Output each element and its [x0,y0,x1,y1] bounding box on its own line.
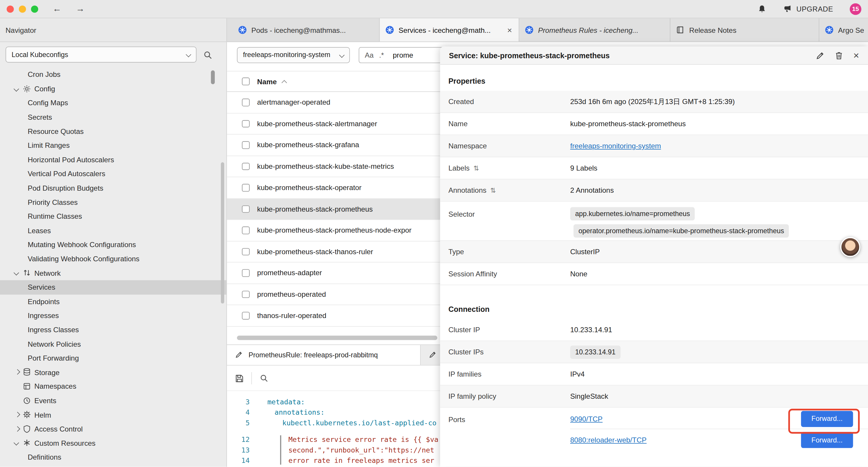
namespace-filter-selector[interactable]: freeleaps-monitoring-system [237,47,350,63]
edit-pencil-icon[interactable] [816,51,825,60]
back-button[interactable]: ← [53,4,61,13]
tab-label: Argo Se [838,26,864,34]
upgrade-button[interactable]: UPGRADE [783,4,833,13]
detail-row-annotations: Annotations⇅ 2 Annotations [440,179,868,202]
chevron-down-icon[interactable] [13,270,19,276]
expand-arrows-icon[interactable]: ⇅ [490,186,496,194]
sidebar-item-storage[interactable]: Storage [0,365,226,380]
sidebar-item-config-maps[interactable]: Config Maps [0,96,226,110]
detail-row-name: Name kube-prometheus-stack-prometheus [440,113,868,135]
tab-services[interactable]: Services - icecheng@math... × [380,18,519,42]
tab-release-notes[interactable]: Release Notes [670,18,819,42]
sidebar-item-access-control[interactable]: Access Control [0,422,226,436]
forward-button-9090[interactable]: Forward... [801,411,853,427]
match-case-toggle[interactable]: Aa [365,51,374,59]
editor-search-icon[interactable] [260,374,269,382]
chevron-down-icon[interactable] [13,440,19,446]
port-link-8080[interactable]: 8080:reloader-web/TCP [570,436,647,444]
tab-prometheus-rules[interactable]: Prometheus Rules - icecheng... [519,18,671,42]
sidebar-item-cron-jobs[interactable]: Cron Jobs [0,68,226,82]
service-detail-panel: Service: kube-prometheus-stack-prometheu… [440,47,868,467]
row-checkbox[interactable] [242,120,249,127]
selector-chip: app.kubernetes.io/name=prometheus [570,207,695,221]
row-checkbox[interactable] [242,248,249,255]
sidebar-item-events[interactable]: Events [0,394,226,408]
sidebar-item-vertical-pod-autoscalers[interactable]: Vertical Pod Autoscalers [0,167,226,181]
sidebar-item-priority-classes[interactable]: Priority Classes [0,195,226,209]
sidebar-item-limit-ranges[interactable]: Limit Ranges [0,138,226,152]
row-checkbox[interactable] [242,269,249,276]
forward-button[interactable]: → [76,4,85,13]
sidebar-item-network-policies[interactable]: Network Policies [0,337,226,351]
selector-chip: operator.prometheus.io/name=kube-prometh… [574,224,789,238]
sidebar-item-mutating-webhook-configurations[interactable]: Mutating Webhook Configurations [0,238,226,252]
sidebar-item-validating-webhook-configurations[interactable]: Validating Webhook Configurations [0,252,226,266]
save-icon[interactable] [235,374,243,382]
sidebar-item-port-forwarding[interactable]: Port Forwarding [0,351,226,365]
regex-toggle[interactable]: .* [379,51,384,59]
sidebar-item-network[interactable]: Network [0,266,226,280]
name-column-header[interactable]: Name [257,77,277,85]
user-avatar[interactable] [840,237,860,257]
sidebar-item-config[interactable]: Config [0,82,226,96]
tab-pods[interactable]: Pods - icecheng@mathmas... [232,18,380,42]
sidebar-item-secrets[interactable]: Secrets [0,110,226,124]
fullscreen-window-button[interactable] [31,5,38,12]
sidebar-item-custom-resources[interactable]: Custom Resources [0,436,226,450]
forward-button-8080[interactable]: Forward... [801,432,853,448]
notifications-bell-icon[interactable] [757,4,767,13]
sidebar-scrollbar-thumb[interactable] [221,162,224,303]
chevron-right-icon[interactable] [15,370,20,375]
minimize-window-button[interactable] [19,5,26,12]
sort-ascending-icon[interactable] [282,80,287,85]
sidebar-item-definitions[interactable]: Definitions [0,450,226,464]
close-window-button[interactable] [6,5,13,12]
tab-close-icon[interactable]: × [506,25,513,35]
cluster-ip-value: 10.233.14.91 [570,326,612,334]
sidebar-search-icon[interactable] [203,50,212,59]
delete-trash-icon[interactable] [835,51,843,60]
row-checkbox[interactable] [242,312,249,319]
sidebar-item-resource-quotas[interactable]: Resource Quotas [0,124,226,138]
sidebar-item-leases[interactable]: Leases [0,224,226,238]
row-checkbox[interactable] [242,99,249,106]
notification-count-badge[interactable]: 15 [850,3,861,14]
sidebar-item-ingress-classes[interactable]: Ingress Classes [0,323,226,337]
expand-arrows-icon[interactable]: ⇅ [473,164,479,172]
chevron-down-icon[interactable] [13,86,19,92]
row-checkbox[interactable] [242,205,249,212]
sidebar-item-helm[interactable]: Helm [0,408,226,422]
sidebar-item-pod-disruption-budgets[interactable]: Pod Disruption Budgets [0,181,226,195]
chevron-right-icon[interactable] [15,412,20,418]
sidebar-item-horizontal-pod-autoscalers[interactable]: Horizontal Pod Autoscalers [0,152,226,167]
tree-scrollbar-thumb[interactable] [211,70,215,84]
kubeconfig-selector[interactable]: Local Kubeconfigs [6,47,196,62]
namespace-filter-value: freeleaps-monitoring-system [243,51,330,59]
sidebar-item-services[interactable]: Services [0,280,226,294]
sidebar-item-endpoints[interactable]: Endpoints [0,294,226,309]
resource-tree: Cron Jobs Config Config Maps Secrets Res… [0,68,226,465]
row-checkbox[interactable] [242,141,249,149]
editor-tab-prometheusrule[interactable]: PrometheusRule: freeleaps-prod-rabbitmq [227,345,421,365]
namespace-link[interactable]: freeleaps-monitoring-system [570,142,661,150]
kubernetes-icon [385,25,394,34]
row-checkbox[interactable] [242,291,249,298]
toolbar-divider [251,372,252,384]
chevron-right-icon[interactable] [15,426,20,432]
select-all-checkbox[interactable] [242,78,249,85]
row-checkbox[interactable] [242,163,249,170]
row-checkbox[interactable] [242,184,249,191]
labels-count: 9 Labels [570,164,597,172]
sidebar-item-namespaces[interactable]: Namespaces [0,380,226,394]
detail-row-namespace: Namespace freeleaps-monitoring-system [440,135,868,157]
row-checkbox[interactable] [242,226,249,234]
tab-argo[interactable]: Argo Se [819,18,868,42]
close-panel-icon[interactable]: × [853,51,859,61]
horizontal-scrollbar-thumb[interactable] [237,335,437,340]
port-link-9090[interactable]: 9090/TCP [570,414,603,423]
pencil-icon [235,351,243,359]
tab-label: Pods - icecheng@mathmas... [251,26,346,34]
sidebar-item-ingresses[interactable]: Ingresses [0,309,226,323]
sidebar-item-runtime-classes[interactable]: Runtime Classes [0,209,226,224]
traffic-lights [6,5,38,12]
